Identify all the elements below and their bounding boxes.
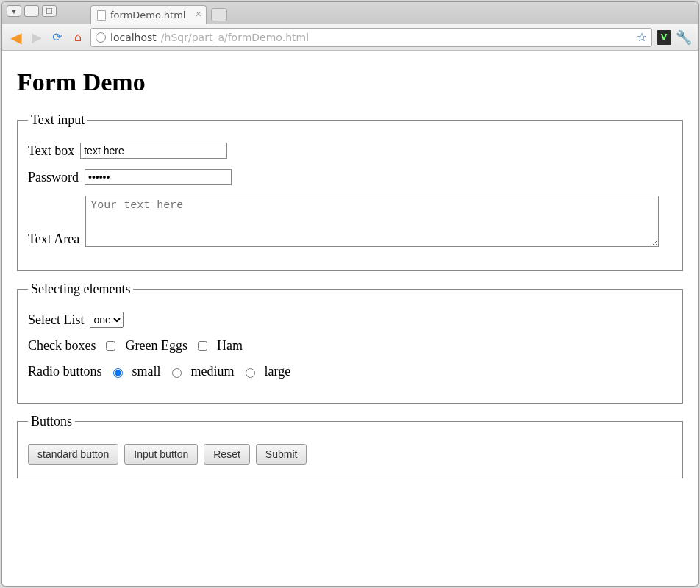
- browser-window: ▾ — ☐ formDemo.html ✕ ◀ ▶ ⟳ ⌂ localhost/…: [1, 1, 699, 587]
- nav-toolbar: ◀ ▶ ⟳ ⌂ localhost/hSqr/part_a/formDemo.h…: [2, 24, 698, 51]
- select-label: Select List: [28, 312, 84, 328]
- radios-label: Radio buttons: [28, 364, 102, 379]
- checkbox-green-eggs[interactable]: [106, 341, 115, 351]
- textarea-input[interactable]: [85, 196, 659, 247]
- page-viewport: Form Demo Text input Text box Password T…: [2, 51, 698, 586]
- select-list[interactable]: one: [90, 312, 124, 328]
- url-host: localhost: [110, 32, 157, 43]
- checkbox-green-eggs-label: Green Eggs: [125, 338, 187, 354]
- legend-buttons: Buttons: [28, 414, 75, 429]
- wrench-icon[interactable]: 🔧: [676, 29, 692, 46]
- radio-large-label: large: [265, 364, 291, 379]
- globe-icon: [96, 32, 106, 43]
- radio-medium-label: medium: [191, 364, 235, 379]
- fieldset-text-input: Text input Text box Password Text Area: [17, 112, 683, 271]
- window-menu-button[interactable]: ▾: [7, 5, 21, 17]
- reload-button[interactable]: ⟳: [49, 29, 65, 46]
- legend-text-input: Text input: [28, 112, 88, 128]
- radio-large[interactable]: [246, 368, 255, 378]
- bookmark-star-icon[interactable]: ☆: [637, 30, 647, 44]
- window-minimize-button[interactable]: —: [24, 5, 39, 17]
- forward-button[interactable]: ▶: [29, 29, 45, 46]
- password-label: Password: [28, 170, 79, 185]
- new-tab-button[interactable]: [211, 8, 227, 21]
- input-button[interactable]: Input button: [124, 444, 198, 465]
- url-path: /hSqr/part_a/formDemo.html: [161, 32, 309, 43]
- reset-button[interactable]: Reset: [204, 444, 250, 465]
- home-button[interactable]: ⌂: [70, 29, 86, 46]
- page-title: Form Demo: [17, 68, 683, 96]
- back-button[interactable]: ◀: [8, 29, 24, 46]
- document-icon: [97, 10, 106, 21]
- tab-title: formDemo.html: [110, 10, 185, 21]
- url-bar[interactable]: localhost/hSqr/part_a/formDemo.html ☆: [90, 28, 652, 47]
- password-input[interactable]: [85, 169, 232, 185]
- extension-icon[interactable]: V: [657, 30, 671, 45]
- tab-strip: ▾ — ☐ formDemo.html ✕: [2, 2, 698, 24]
- radio-small[interactable]: [113, 368, 123, 378]
- textarea-label: Text Area: [28, 232, 79, 247]
- textbox-input[interactable]: [80, 143, 227, 159]
- checkbox-ham-label: Ham: [217, 338, 243, 354]
- textbox-label: Text box: [28, 143, 74, 159]
- radio-small-label: small: [132, 364, 161, 379]
- close-tab-icon[interactable]: ✕: [195, 10, 201, 19]
- radio-medium[interactable]: [172, 368, 182, 378]
- legend-selecting: Selecting elements: [28, 282, 133, 297]
- submit-button[interactable]: Submit: [256, 444, 307, 465]
- browser-tab[interactable]: formDemo.html ✕: [90, 5, 207, 24]
- checkboxes-label: Check boxes: [28, 338, 96, 354]
- window-maximize-button[interactable]: ☐: [42, 5, 57, 17]
- checkbox-ham[interactable]: [198, 341, 207, 351]
- standard-button[interactable]: standard button: [28, 444, 118, 465]
- fieldset-buttons: Buttons standard button Input button Res…: [17, 414, 683, 478]
- fieldset-selecting: Selecting elements Select List one Check…: [17, 282, 683, 404]
